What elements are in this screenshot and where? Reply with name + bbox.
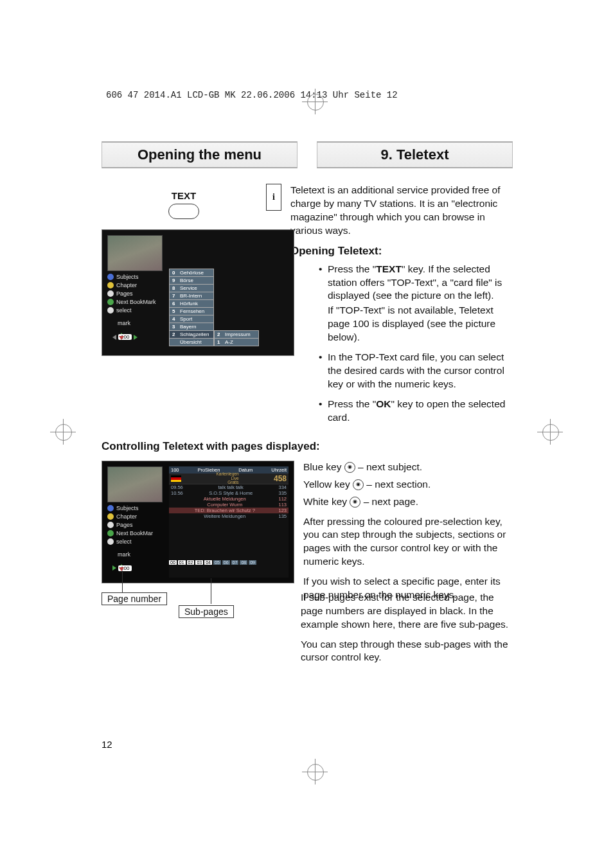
- heading-controlling-teletext: Controlling Teletext with pages displaye…: [102, 440, 513, 453]
- controlling-para1: After pressing the coloured pre-selectio…: [303, 515, 513, 569]
- subpages-para2: You can step through these sub-pages wit…: [301, 638, 513, 665]
- bullet-3: Press the "OK" key to open the selected …: [319, 398, 513, 425]
- menu2-chapter: Chapter: [107, 513, 165, 520]
- menu-subjects: Subjects: [107, 274, 165, 280]
- bullet-2: In the TOP-Text card file, you can selec…: [319, 351, 513, 391]
- subpages-para1: If sub-pages exist for the selected page…: [301, 591, 513, 632]
- title-row: Opening the menu 9. Teletext: [102, 141, 513, 168]
- tv-thumbnail-icon: [107, 235, 163, 271]
- registration-mark-right: [537, 419, 563, 445]
- menu-select: select: [107, 307, 165, 314]
- bullet-1: Press the "TEXT" key. If the selected st…: [319, 263, 513, 345]
- registration-mark-bottom: [302, 759, 328, 784]
- flag-icon: [171, 475, 181, 482]
- text-key-label: TEXT: [102, 190, 266, 201]
- blue-key-icon: ◉: [344, 462, 355, 473]
- card-stack-side: 1A-Z 2Impressum: [214, 331, 259, 346]
- teletext-content: 100 ProSieben Datum Uhrzeit Kartenlegen …: [169, 466, 289, 578]
- callout-page-number: Page number: [102, 592, 167, 605]
- menu-pages: Pages: [107, 290, 165, 297]
- mark-label: mark: [118, 320, 165, 326]
- teletext-page-screenshot: Subjects Chapter Pages Next BookMar sele…: [102, 461, 294, 583]
- intro-text: Teletext is an additional service provid…: [290, 184, 513, 238]
- callout-sub-pages: Sub-pages: [179, 605, 234, 618]
- tv-thumbnail-icon-2: [107, 466, 163, 502]
- line-yellow: Yellow key ◉ – next section.: [303, 478, 513, 492]
- menu-next-bookmark: Next BookMark: [107, 299, 165, 305]
- mark-label-2: mark: [118, 551, 165, 558]
- top-text-screenshot: Subjects Chapter Pages Next BookMark sel…: [102, 229, 294, 356]
- info-icon: i: [266, 184, 281, 211]
- registration-mark-top: [302, 89, 328, 114]
- menu2-next-bookmark: Next BookMar: [107, 530, 165, 536]
- text-remote-button-icon: [168, 204, 199, 219]
- yellow-key-icon: ◉: [353, 479, 364, 490]
- heading-opening-teletext: Opening Teletext:: [290, 244, 513, 259]
- white-key-icon: ◉: [350, 497, 360, 508]
- line-white: White key ◉ – next page.: [303, 495, 513, 509]
- card-stack-main: Übersicht 2Schlagzeilen 3Bayern 4Sport 5…: [169, 269, 214, 346]
- line-blue: Blue key ◉ – next subject.: [303, 461, 513, 474]
- menu2-select: select: [107, 538, 165, 545]
- menu-chapter: Chapter: [107, 282, 165, 288]
- registration-mark-left: [50, 419, 76, 445]
- title-opening-menu: Opening the menu: [102, 141, 298, 168]
- menu2-pages: Pages: [107, 522, 165, 528]
- subpage-row: 00 01 02 03 04 05 06 07 08 09: [169, 560, 289, 565]
- page-number: 12: [102, 739, 112, 750]
- print-header: 606 47 2014.A1 LCD-GB MK 22.06.2006 14:1…: [106, 90, 398, 100]
- title-teletext: 9. Teletext: [317, 141, 513, 168]
- menu2-subjects: Subjects: [107, 505, 165, 511]
